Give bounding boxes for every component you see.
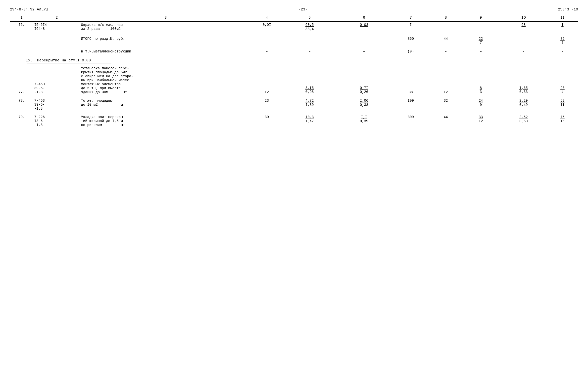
header-center: -23- [298,8,307,12]
row-col10: 68 – [500,22,547,32]
header-right: 25343 -10 [558,8,578,12]
col-header-6: 6 [337,14,391,22]
row-col9: 24 9 [461,98,500,112]
row-description: Укладка плит перекры-тий шириной до I,5 … [80,114,251,128]
row-col6: 0,03 [337,22,391,32]
row-col8: 32 [430,98,461,112]
row-col6: 0,7I 0,26 [337,65,391,95]
row-description: Окраска м/к маслянаяза 2 раза 100м2 [80,22,251,32]
row-code: 7-460 39-5- -I.8 [33,65,80,95]
row-col11: I – [547,22,578,32]
row-col7: I09 [391,98,430,112]
row-col7: 38 [391,65,430,95]
row-col4: 30 [251,114,282,128]
row-col11: 20 4 [547,65,578,95]
row-col9: 8 3 [461,65,500,95]
col-header-2: 2 [33,14,80,22]
row-col9: – [461,22,500,32]
col-header-8: 8 [430,14,461,22]
row-col10: I,65 0,33 [500,65,547,95]
row-description: Установка панелей пере-крытия площадью д… [80,65,251,95]
section-header-row: IУ. Перекрытие на отм.± 0.00 [10,54,578,65]
col-header-9: 9 [461,14,500,22]
row-code: I5-6I4 I64-8 [33,22,80,32]
table-row: 78. 7-463 39-6- -I.8 То же, площадьюдо I… [10,98,578,112]
row-col5: 4,72 I,39 [282,98,337,112]
col-header-3: 3 [80,14,251,22]
row-col10: 2,52 0,50 [500,114,547,128]
row-col8: 44 [430,114,461,128]
itogo-description: ИТОГО по разд.Ш, руб. [80,35,251,46]
col-header-1: I [10,14,33,22]
col-header-11: II [547,14,578,22]
row-col11: 76 I5 [547,114,578,128]
row-col6: I,06 0,38 [337,98,391,112]
row-description: То же, площадьюдо I0 м2 шт [80,98,251,112]
row-col11: 52 II [547,98,578,112]
col-header-7: 7 [391,14,430,22]
row-col4: 0,0I [251,22,282,32]
row-col5: 3,I5 0,98 [282,65,337,95]
row-col5: I0,3 I,47 [282,114,337,128]
table-row: 77. 7-460 39-5- -I.8 Установка панелей п… [10,65,578,95]
row-col5: 60,5 38,4 [282,22,337,32]
col-header-4: 4 [251,14,282,22]
row-col8: I2 [430,65,461,95]
row-col6: I,I 0,39 [337,114,391,128]
row-num: 78. [10,98,33,112]
table-row: 76. I5-6I4 I64-8 Окраска м/к маслянаяза … [10,22,578,32]
row-col4: I2 [251,65,282,95]
row-col7: I [391,22,430,32]
row-col8: – [430,22,461,32]
row-num: 79. [10,114,33,128]
row-col10: 2,29 0,49 [500,98,547,112]
row-code: 7-463 39-6- -I.8 [33,98,80,112]
row-num: 76. [10,22,33,32]
vt-row: в т.ч.металлоконструкции – – – (9) – – –… [10,48,578,54]
row-col9: 33 I2 [461,114,500,128]
col-header-5: 5 [282,14,337,22]
vt-description: в т.ч.металлоконструкции [80,48,251,54]
itogo-row: ИТОГО по разд.Ш, руб. – – – 860 44 22 7 … [10,35,578,46]
table-row: 79. 7-226 I3-6- -I.8 Укладка плит перекр… [10,114,578,128]
row-col7: 309 [391,114,430,128]
section-title: IУ. Перекрытие на отм.± 0.00 [11,58,577,63]
page-header: 294-8-34.92 Ал.УШ -23- 25343 -10 [10,8,578,12]
row-col4: 23 [251,98,282,112]
row-code: 7-226 I3-6- -I.8 [33,114,80,128]
col-header-10: IO [500,14,547,22]
row-num: 77. [10,65,33,95]
header-left: 294-8-34.92 Ал.УШ [10,8,48,12]
